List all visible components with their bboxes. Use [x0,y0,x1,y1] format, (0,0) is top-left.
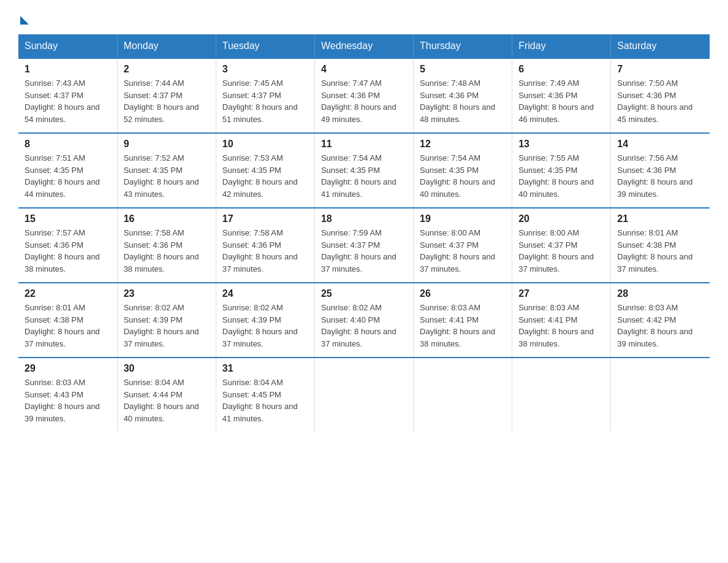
day-number: 11 [321,139,407,150]
calendar-day-cell: 20 Sunrise: 8:00 AM Sunset: 4:37 PM Dayl… [512,208,611,283]
sunrise-label: Sunrise: 8:01 AM [617,228,678,237]
calendar-day-cell: 1 Sunrise: 7:43 AM Sunset: 4:37 PM Dayli… [18,58,117,133]
calendar-day-cell: 6 Sunrise: 7:49 AM Sunset: 4:36 PM Dayli… [512,58,611,133]
sunset-label: Sunset: 4:37 PM [420,240,479,250]
daylight-label: Daylight: 8 hours and 44 minutes. [25,177,100,199]
sunset-label: Sunset: 4:35 PM [321,166,380,175]
day-of-week-header: Sunday [18,34,117,58]
calendar-day-cell: 5 Sunrise: 7:48 AM Sunset: 4:36 PM Dayli… [414,58,512,133]
day-info: Sunrise: 8:03 AM Sunset: 4:43 PM Dayligh… [25,377,111,424]
calendar-day-cell: 8 Sunrise: 7:51 AM Sunset: 4:35 PM Dayli… [18,133,117,208]
sunset-label: Sunset: 4:36 PM [518,91,577,100]
daylight-label: Daylight: 8 hours and 38 minutes. [420,327,495,348]
day-number: 22 [25,288,111,299]
day-of-week-header: Saturday [611,34,710,58]
calendar-day-cell: 3 Sunrise: 7:45 AM Sunset: 4:37 PM Dayli… [216,58,314,133]
sunset-label: Sunset: 4:36 PM [222,240,281,250]
day-number: 8 [25,139,111,150]
daylight-label: Daylight: 8 hours and 41 minutes. [321,177,396,199]
day-info: Sunrise: 8:03 AM Sunset: 4:41 PM Dayligh… [420,302,506,350]
sunset-label: Sunset: 4:36 PM [124,240,183,250]
sunset-label: Sunset: 4:43 PM [25,390,83,399]
day-number: 6 [518,64,604,75]
sunrise-label: Sunrise: 8:02 AM [321,303,382,312]
sunset-label: Sunset: 4:37 PM [124,91,183,100]
daylight-label: Daylight: 8 hours and 40 minutes. [420,177,495,199]
daylight-label: Daylight: 8 hours and 37 minutes. [321,327,396,348]
calendar-day-cell: 25 Sunrise: 8:02 AM Sunset: 4:40 PM Dayl… [314,283,413,358]
day-number: 23 [124,288,210,299]
sunset-label: Sunset: 4:36 PM [321,91,380,100]
calendar-day-cell: 4 Sunrise: 7:47 AM Sunset: 4:36 PM Dayli… [314,58,413,133]
daylight-label: Daylight: 8 hours and 49 minutes. [321,102,396,124]
calendar-day-cell: 18 Sunrise: 7:59 AM Sunset: 4:37 PM Dayl… [314,208,413,283]
sunset-label: Sunset: 4:35 PM [124,166,183,175]
day-number: 7 [617,64,703,75]
sunset-label: Sunset: 4:36 PM [25,240,83,250]
day-info: Sunrise: 7:57 AM Sunset: 4:36 PM Dayligh… [25,227,111,275]
day-number: 15 [25,213,111,224]
daylight-label: Daylight: 8 hours and 37 minutes. [518,252,594,274]
calendar-header-row: SundayMondayTuesdayWednesdayThursdayFrid… [18,34,710,58]
sunset-label: Sunset: 4:38 PM [25,315,83,324]
calendar-day-cell: 29 Sunrise: 8:03 AM Sunset: 4:43 PM Dayl… [18,358,117,432]
calendar-day-cell [512,358,611,432]
day-number: 24 [222,288,308,299]
calendar-day-cell: 10 Sunrise: 7:53 AM Sunset: 4:35 PM Dayl… [216,133,314,208]
sunset-label: Sunset: 4:36 PM [617,91,676,100]
daylight-label: Daylight: 8 hours and 48 minutes. [420,102,495,124]
day-info: Sunrise: 8:04 AM Sunset: 4:44 PM Dayligh… [124,377,210,424]
day-number: 2 [124,64,210,75]
day-info: Sunrise: 8:01 AM Sunset: 4:38 PM Dayligh… [25,302,111,350]
day-number: 14 [617,139,703,150]
calendar-week-row: 29 Sunrise: 8:03 AM Sunset: 4:43 PM Dayl… [18,358,710,432]
daylight-label: Daylight: 8 hours and 54 minutes. [25,102,100,124]
day-info: Sunrise: 7:59 AM Sunset: 4:37 PM Dayligh… [321,227,407,275]
day-info: Sunrise: 7:53 AM Sunset: 4:35 PM Dayligh… [222,152,308,200]
sunrise-label: Sunrise: 8:01 AM [25,303,85,312]
sunrise-label: Sunrise: 7:57 AM [25,228,85,237]
day-of-week-header: Friday [512,34,611,58]
calendar-day-cell: 17 Sunrise: 7:58 AM Sunset: 4:36 PM Dayl… [216,208,314,283]
day-info: Sunrise: 7:58 AM Sunset: 4:36 PM Dayligh… [124,227,210,275]
sunrise-label: Sunrise: 8:00 AM [518,228,579,237]
sunrise-label: Sunrise: 7:53 AM [222,153,283,163]
sunrise-label: Sunrise: 7:52 AM [124,153,184,163]
day-number: 30 [124,363,210,374]
day-number: 4 [321,64,407,75]
calendar-day-cell: 2 Sunrise: 7:44 AM Sunset: 4:37 PM Dayli… [117,58,216,133]
day-info: Sunrise: 7:54 AM Sunset: 4:35 PM Dayligh… [321,152,407,200]
day-number: 10 [222,139,308,150]
sunrise-label: Sunrise: 7:58 AM [124,228,184,237]
day-number: 17 [222,213,308,224]
sunset-label: Sunset: 4:45 PM [222,390,281,399]
calendar-week-row: 22 Sunrise: 8:01 AM Sunset: 4:38 PM Dayl… [18,283,710,358]
day-number: 27 [518,288,604,299]
daylight-label: Daylight: 8 hours and 45 minutes. [617,102,692,124]
calendar-day-cell: 14 Sunrise: 7:56 AM Sunset: 4:36 PM Dayl… [611,133,710,208]
day-number: 25 [321,288,407,299]
sunset-label: Sunset: 4:37 PM [25,91,83,100]
calendar-day-cell: 22 Sunrise: 8:01 AM Sunset: 4:38 PM Dayl… [18,283,117,358]
logo [18,12,29,22]
sunrise-label: Sunrise: 7:49 AM [518,79,579,88]
sunrise-label: Sunrise: 8:02 AM [222,303,283,312]
sunrise-label: Sunrise: 8:03 AM [617,303,678,312]
calendar-day-cell: 19 Sunrise: 8:00 AM Sunset: 4:37 PM Dayl… [414,208,512,283]
sunrise-label: Sunrise: 8:03 AM [25,378,85,387]
daylight-label: Daylight: 8 hours and 51 minutes. [222,102,298,124]
daylight-label: Daylight: 8 hours and 37 minutes. [617,252,692,274]
daylight-label: Daylight: 8 hours and 37 minutes. [222,252,298,274]
sunset-label: Sunset: 4:35 PM [518,166,577,175]
day-info: Sunrise: 8:00 AM Sunset: 4:37 PM Dayligh… [420,227,506,275]
day-info: Sunrise: 8:00 AM Sunset: 4:37 PM Dayligh… [518,227,604,275]
day-info: Sunrise: 8:02 AM Sunset: 4:40 PM Dayligh… [321,302,407,350]
day-info: Sunrise: 7:55 AM Sunset: 4:35 PM Dayligh… [518,152,604,200]
calendar-day-cell: 21 Sunrise: 8:01 AM Sunset: 4:38 PM Dayl… [611,208,710,283]
daylight-label: Daylight: 8 hours and 41 minutes. [222,402,298,423]
calendar-week-row: 15 Sunrise: 7:57 AM Sunset: 4:36 PM Dayl… [18,208,710,283]
sunset-label: Sunset: 4:40 PM [321,315,380,324]
calendar-day-cell: 28 Sunrise: 8:03 AM Sunset: 4:42 PM Dayl… [611,283,710,358]
daylight-label: Daylight: 8 hours and 40 minutes. [518,177,594,199]
daylight-label: Daylight: 8 hours and 39 minutes. [617,327,692,348]
